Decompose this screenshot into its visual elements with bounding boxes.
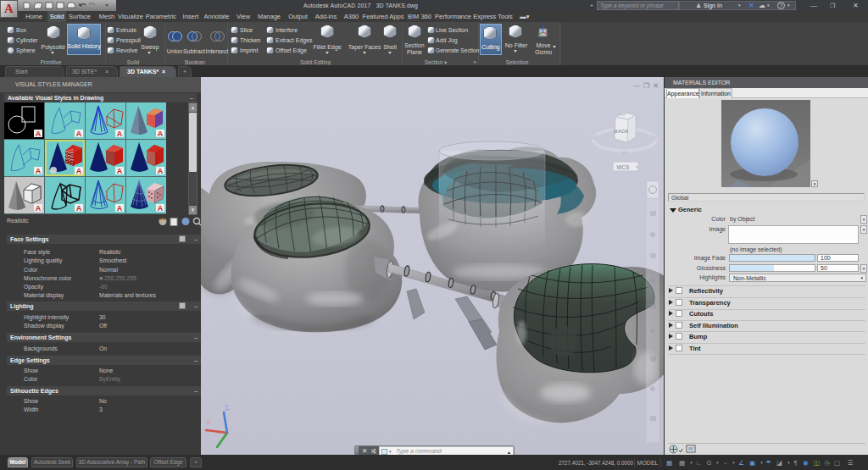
svg-text:WCS: WCS xyxy=(616,164,630,170)
svg-text:A: A xyxy=(36,167,42,175)
svg-text:A: A xyxy=(158,204,164,213)
svg-text:—: — xyxy=(633,81,640,89)
svg-text:A: A xyxy=(76,204,82,213)
svg-text:A: A xyxy=(117,167,123,175)
svg-text:A: A xyxy=(36,130,42,138)
svg-text:A: A xyxy=(117,130,123,138)
svg-text:✕: ✕ xyxy=(653,81,659,90)
svg-text:A: A xyxy=(117,204,123,213)
svg-text:A: A xyxy=(76,130,82,138)
svg-text:TOP: TOP xyxy=(619,113,626,117)
svg-text:❐: ❐ xyxy=(643,82,649,90)
svg-text:A: A xyxy=(76,167,82,175)
svg-text:BACK: BACK xyxy=(614,129,629,134)
svg-text:A: A xyxy=(158,130,164,138)
svg-text:A: A xyxy=(36,204,42,213)
svg-text:A: A xyxy=(158,167,164,175)
